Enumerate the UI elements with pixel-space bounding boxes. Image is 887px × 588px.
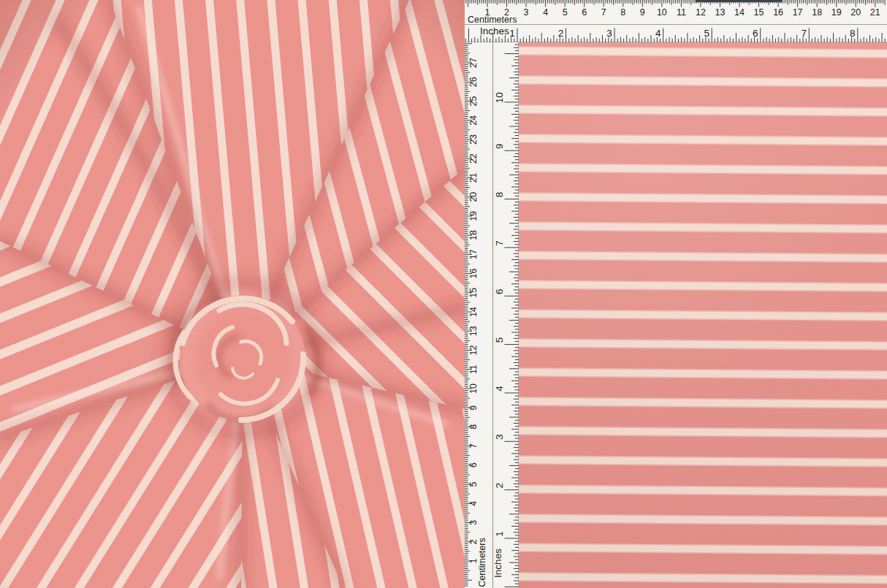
svg-text:16: 16 xyxy=(468,269,479,279)
vertical-inch-tick-marks xyxy=(505,45,519,587)
svg-text:13: 13 xyxy=(468,326,479,336)
svg-text:8: 8 xyxy=(850,28,856,39)
horizontal-inch-tick-marks xyxy=(465,28,885,43)
svg-text:3: 3 xyxy=(606,28,612,39)
svg-text:22: 22 xyxy=(468,153,479,164)
horizontal-inch-numbers: 12345678 xyxy=(509,28,855,39)
svg-text:11: 11 xyxy=(468,364,479,374)
svg-text:23: 23 xyxy=(468,134,479,145)
svg-text:3: 3 xyxy=(524,7,529,18)
svg-text:4: 4 xyxy=(655,28,661,39)
svg-text:3: 3 xyxy=(494,435,505,440)
svg-text:4: 4 xyxy=(468,501,479,506)
svg-text:3: 3 xyxy=(468,520,479,525)
svg-text:21: 21 xyxy=(468,172,479,183)
svg-text:9: 9 xyxy=(468,405,479,411)
svg-text:18: 18 xyxy=(812,7,822,18)
svg-text:17: 17 xyxy=(793,7,803,18)
svg-text:8: 8 xyxy=(620,7,625,18)
svg-text:5: 5 xyxy=(468,482,479,487)
svg-text:5: 5 xyxy=(563,7,568,18)
svg-text:26: 26 xyxy=(468,77,479,87)
svg-text:8: 8 xyxy=(494,192,505,198)
svg-text:16: 16 xyxy=(773,7,783,18)
svg-text:4: 4 xyxy=(543,7,548,18)
svg-text:10: 10 xyxy=(494,92,505,103)
svg-text:6: 6 xyxy=(494,289,505,294)
svg-text:12: 12 xyxy=(468,345,479,355)
striped-fabric-product-image: 123456789101112131415161718192021 123456… xyxy=(0,0,887,588)
svg-text:17: 17 xyxy=(468,249,479,259)
horizontal-centimeters-label: Centimeters xyxy=(468,15,517,25)
svg-text:6: 6 xyxy=(582,7,587,18)
horizontal-cm-tick-marks xyxy=(466,0,885,7)
flat-fabric-swatch xyxy=(519,42,887,588)
svg-text:7: 7 xyxy=(601,7,606,18)
svg-text:24: 24 xyxy=(468,115,479,126)
vertical-centimeters-label: Centimeters xyxy=(477,538,487,587)
svg-text:19: 19 xyxy=(831,7,842,18)
svg-text:14: 14 xyxy=(468,307,479,317)
svg-text:15: 15 xyxy=(468,288,479,298)
svg-text:21: 21 xyxy=(870,7,880,18)
svg-text:9: 9 xyxy=(640,7,645,18)
svg-text:25: 25 xyxy=(468,96,479,106)
svg-text:1: 1 xyxy=(494,531,505,537)
vertical-ruler-scale: 1234567891011121314151617181920212223242… xyxy=(465,42,519,588)
fabric-texture-noise xyxy=(0,0,465,588)
horizontal-cm-numbers: 123456789101112131415161718192021 xyxy=(485,7,880,18)
svg-text:6: 6 xyxy=(753,28,758,39)
svg-text:2: 2 xyxy=(558,28,564,39)
svg-text:20: 20 xyxy=(468,192,479,202)
svg-text:1: 1 xyxy=(509,28,515,39)
svg-text:4: 4 xyxy=(494,386,505,392)
svg-text:15: 15 xyxy=(754,7,764,18)
horizontal-ruler: 123456789101112131415161718192021 123456… xyxy=(465,0,887,42)
vertical-ruler: 1234567891011121314151617181920212223242… xyxy=(465,42,519,588)
svg-text:6: 6 xyxy=(468,462,479,467)
svg-text:10: 10 xyxy=(657,7,667,18)
svg-text:7: 7 xyxy=(494,240,505,246)
svg-text:5: 5 xyxy=(704,28,709,39)
svg-text:2: 2 xyxy=(494,483,505,489)
svg-text:7: 7 xyxy=(468,443,479,448)
vertical-cm-numbers: 1234567891011121314151617181920212223242… xyxy=(468,58,479,563)
svg-text:11: 11 xyxy=(677,7,686,18)
scan-edge-artifact xyxy=(696,0,782,2)
vertical-inches-label: Inches xyxy=(492,549,503,578)
draped-fabric-illustration xyxy=(0,0,465,588)
svg-text:5: 5 xyxy=(494,337,505,343)
draped-fabric-photo xyxy=(0,0,465,588)
svg-text:19: 19 xyxy=(468,211,479,221)
svg-text:27: 27 xyxy=(468,58,479,68)
svg-text:13: 13 xyxy=(715,7,726,18)
svg-text:7: 7 xyxy=(802,28,807,39)
svg-text:12: 12 xyxy=(696,7,706,18)
svg-text:8: 8 xyxy=(468,424,479,429)
horizontal-ruler-scale: 123456789101112131415161718192021 123456… xyxy=(465,0,887,42)
svg-text:20: 20 xyxy=(850,7,861,18)
horizontal-inches-label: Inches xyxy=(480,26,509,37)
svg-text:18: 18 xyxy=(468,230,479,240)
svg-text:9: 9 xyxy=(494,143,505,149)
svg-text:14: 14 xyxy=(734,7,745,18)
fabric-sheen xyxy=(519,42,887,588)
svg-text:10: 10 xyxy=(468,383,479,394)
vertical-inch-numbers: 12345678910 xyxy=(494,92,505,536)
